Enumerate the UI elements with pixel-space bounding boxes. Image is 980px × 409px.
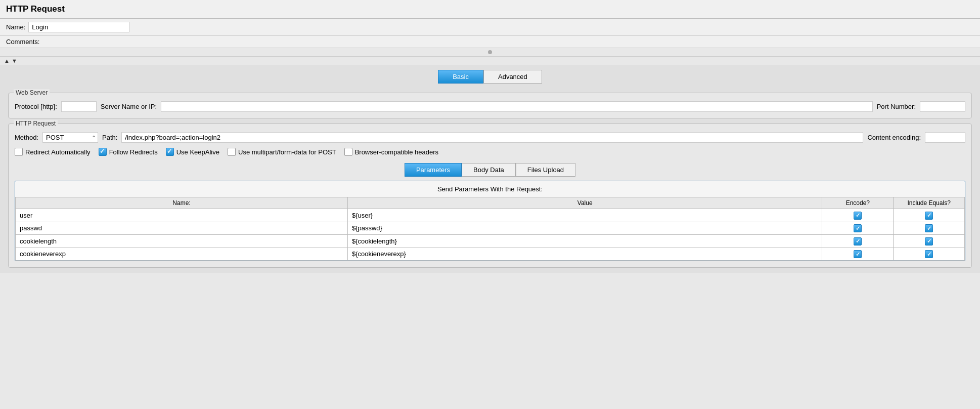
multipart-checkbox[interactable] [228, 148, 236, 156]
params-section: Send Parameters With the Request: Name: … [15, 181, 965, 261]
name-row: Name: [0, 19, 980, 36]
browser-headers-checkbox[interactable] [344, 148, 352, 156]
param-value-2: ${cookielength} [347, 235, 822, 248]
table-row: cookielength ${cookielength} ✓ ✓ [16, 235, 965, 248]
method-select[interactable]: POST GET PUT DELETE [42, 132, 98, 143]
server-label: Server Name or IP: [101, 103, 157, 110]
web-server-section: Web Server Protocol [http]: Server Name … [8, 93, 972, 118]
col-header-include-equals: Include Equals? [894, 197, 965, 209]
encoding-label: Content encoding: [867, 134, 921, 141]
down-arrow-button[interactable]: ▼ [11, 58, 18, 64]
param-value-3: ${cookieneverexp} [347, 248, 822, 261]
main-tab-section: Basic Advanced [0, 65, 980, 88]
param-encode-3: ✓ [822, 248, 894, 261]
sub-tab-parameters[interactable]: Parameters [405, 163, 462, 177]
protocol-input[interactable] [61, 101, 97, 112]
params-title: Send Parameters With the Request: [15, 181, 965, 197]
encode-check-0[interactable]: ✓ [854, 212, 862, 220]
table-row: cookieneverexp ${cookieneverexp} ✓ ✓ [16, 248, 965, 261]
follow-redirects-label: Follow Redirects [109, 148, 158, 156]
method-path-row: Method: POST GET PUT DELETE Path: Conten… [15, 132, 965, 143]
use-keepalive-checkbox[interactable] [166, 148, 174, 156]
param-include-1: ✓ [894, 222, 965, 235]
redirect-auto-checkbox[interactable] [15, 148, 23, 156]
tab-basic[interactable]: Basic [438, 70, 483, 84]
param-value-1: ${passwd} [347, 222, 822, 235]
port-label: Port Number: [877, 103, 916, 110]
include-check-2[interactable]: ✓ [925, 237, 933, 246]
param-name-2: cookielength [16, 235, 348, 248]
param-name-3: cookieneverexp [16, 248, 348, 261]
param-include-3: ✓ [894, 248, 965, 261]
http-request-section: HTTP Request Method: POST GET PUT DELETE… [8, 124, 972, 268]
browser-headers-label: Browser-compatible headers [355, 148, 438, 156]
arrows-row: ▲ ▼ [0, 57, 980, 65]
param-encode-1: ✓ [822, 222, 894, 235]
comments-label: Comments: [6, 38, 39, 46]
checkbox-multipart: Use multipart/form-data for POST [228, 148, 336, 156]
content-area: Web Server Protocol [http]: Server Name … [0, 88, 980, 273]
redirect-auto-label: Redirect Automatically [25, 148, 91, 156]
http-request-legend: HTTP Request [14, 120, 58, 127]
server-input[interactable] [161, 101, 873, 112]
include-check-3[interactable]: ✓ [925, 250, 933, 258]
param-name-0: user [16, 209, 348, 222]
method-label: Method: [15, 134, 38, 141]
title-bar: HTTP Request [0, 0, 980, 19]
port-input[interactable] [920, 101, 965, 112]
encoding-input[interactable] [925, 132, 965, 143]
param-name-1: passwd [16, 222, 348, 235]
include-check-1[interactable]: ✓ [925, 224, 933, 232]
name-input[interactable] [28, 22, 129, 32]
web-server-legend: Web Server [14, 89, 50, 96]
main-container: HTTP Request Name: Comments: ▲ ▼ Basic A… [0, 0, 980, 409]
use-keepalive-label: Use KeepAlive [176, 148, 219, 156]
encode-check-2[interactable]: ✓ [854, 237, 862, 246]
encode-check-3[interactable]: ✓ [854, 250, 862, 258]
checkbox-use-keepalive: Use KeepAlive [166, 148, 219, 156]
checkbox-redirect-auto: Redirect Automatically [15, 148, 91, 156]
param-include-2: ✓ [894, 235, 965, 248]
col-header-encode: Encode? [822, 197, 894, 209]
param-include-0: ✓ [894, 209, 965, 222]
col-header-value: Value [347, 197, 822, 209]
scroll-dot [488, 50, 492, 54]
path-label: Path: [102, 134, 117, 141]
multipart-label: Use multipart/form-data for POST [238, 148, 336, 156]
param-encode-2: ✓ [822, 235, 894, 248]
sub-tab-files-upload[interactable]: Files Upload [516, 163, 575, 177]
sub-tab-body-data[interactable]: Body Data [462, 163, 516, 177]
checkbox-follow-redirects: Follow Redirects [99, 148, 158, 156]
checkboxes-row: Redirect Automatically Follow Redirects … [15, 148, 965, 156]
comments-row: Comments: [0, 36, 980, 48]
tab-advanced[interactable]: Advanced [483, 70, 542, 84]
name-label: Name: [6, 23, 25, 31]
page-title: HTTP Request [6, 4, 65, 14]
follow-redirects-checkbox[interactable] [99, 148, 107, 156]
up-arrow-button[interactable]: ▲ [3, 58, 11, 64]
encode-check-1[interactable]: ✓ [854, 224, 862, 232]
protocol-label: Protocol [http]: [15, 103, 57, 110]
col-header-name: Name: [16, 197, 348, 209]
table-row: user ${user} ✓ ✓ [16, 209, 965, 222]
include-check-0[interactable]: ✓ [925, 212, 933, 220]
path-input[interactable] [121, 132, 863, 143]
web-server-row: Protocol [http]: Server Name or IP: Port… [15, 101, 965, 112]
scroll-divider [0, 48, 980, 57]
table-row: passwd ${passwd} ✓ ✓ [16, 222, 965, 235]
sub-tab-section: Parameters Body Data Files Upload [15, 163, 965, 177]
checkbox-browser-headers: Browser-compatible headers [344, 148, 438, 156]
param-encode-0: ✓ [822, 209, 894, 222]
params-table: Name: Value Encode? Include Equals? user… [15, 197, 965, 261]
param-value-0: ${user} [347, 209, 822, 222]
method-select-wrap: POST GET PUT DELETE [42, 132, 98, 143]
